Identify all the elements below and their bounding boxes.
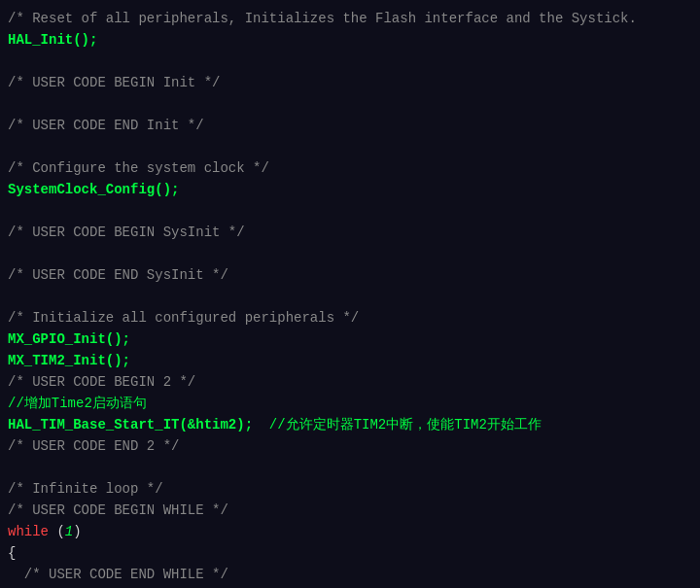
line-21-content: /* USER CODE END 2 */ — [0, 436, 179, 456]
line-16-content: MX_GPIO_Init(); — [0, 329, 130, 349]
code-line-7 — [0, 136, 700, 157]
line-13-content: /* USER CODE END SysInit */ — [0, 265, 228, 285]
code-line-6: /* USER CODE END Init */ — [0, 115, 700, 136]
line-24-content: /* USER CODE BEGIN WHILE */ — [0, 501, 228, 520]
code-line-17: MX_TIM2_Init(); — [0, 350, 700, 371]
line-11-content: /* USER CODE BEGIN SysInit */ — [0, 223, 245, 242]
line-18-content: /* USER CODE BEGIN 2 */ — [0, 372, 195, 392]
line-20-content: HAL_TIM_Base_Start_IT(&htim2); //允许定时器TI… — [0, 415, 542, 434]
code-line-21: /* USER CODE END 2 */ — [0, 435, 700, 457]
code-line-27: /* USER CODE END WHILE */ — [0, 564, 700, 585]
code-line-25: while (1) — [0, 521, 700, 542]
line-23-content: /* Infinite loop */ — [0, 479, 163, 499]
line-6-content: /* USER CODE END Init */ — [0, 116, 204, 135]
code-line-16: MX_GPIO_Init(); — [0, 329, 700, 350]
code-line-5 — [0, 93, 700, 115]
line-12-content — [0, 244, 16, 263]
line-5-content — [0, 94, 16, 114]
line-3-content — [0, 52, 16, 71]
line-7-content — [0, 137, 16, 156]
code-line-19: //增加Time2启动语句 — [0, 393, 700, 414]
line-14-content — [0, 287, 16, 306]
line-17-content: MX_TIM2_Init(); — [0, 351, 130, 370]
code-line-10 — [0, 200, 700, 222]
code-line-12 — [0, 243, 700, 264]
code-line-15: /* Initialize all configured peripherals… — [0, 307, 700, 329]
line-19-content: //增加Time2启动语句 — [0, 394, 147, 413]
line-2-content: HAL_Init(); — [0, 30, 97, 50]
code-line-11: /* USER CODE BEGIN SysInit */ — [0, 222, 700, 243]
code-line-20: HAL_TIM_Base_Start_IT(&htim2); //允许定时器TI… — [0, 414, 700, 435]
line-4-content: /* USER CODE BEGIN Init */ — [0, 73, 220, 92]
line-1-content: /* Reset of all peripherals, Initializes… — [0, 9, 637, 28]
line-15-content: /* Initialize all configured peripherals… — [0, 308, 359, 328]
code-line-22 — [0, 457, 700, 478]
line-27-content: /* USER CODE END WHILE */ — [0, 565, 228, 584]
line-25-content: while (1) — [0, 522, 82, 541]
code-line-18: /* USER CODE BEGIN 2 */ — [0, 371, 700, 393]
code-line-23: /* Infinite loop */ — [0, 478, 700, 500]
line-8-content: /* Configure the system clock */ — [0, 158, 269, 178]
code-line-13: /* USER CODE END SysInit */ — [0, 264, 700, 286]
line-9-content: SystemClock_Config(); — [0, 180, 179, 199]
code-line-2: HAL_Init(); — [0, 29, 700, 51]
code-line-26: { — [0, 542, 700, 564]
code-line-24: /* USER CODE BEGIN WHILE */ — [0, 500, 700, 521]
code-line-3 — [0, 51, 700, 72]
line-10-content — [0, 201, 16, 221]
code-line-4: /* USER CODE BEGIN Init */ — [0, 72, 700, 93]
line-22-content — [0, 458, 16, 477]
code-editor[interactable]: /* Reset of all peripherals, Initializes… — [0, 0, 700, 588]
code-line-14 — [0, 286, 700, 307]
code-line-9: SystemClock_Config(); — [0, 179, 700, 200]
code-line-8: /* Configure the system clock */ — [0, 157, 700, 179]
line-26-content: { — [0, 543, 16, 563]
code-line-1: /* Reset of all peripherals, Initializes… — [0, 8, 700, 29]
